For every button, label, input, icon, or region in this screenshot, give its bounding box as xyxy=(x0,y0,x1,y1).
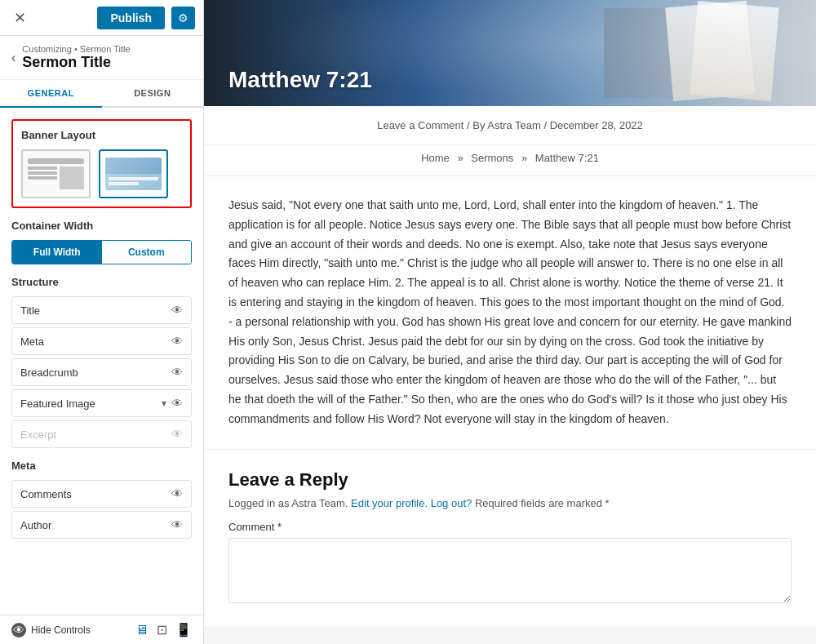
back-arrow-icon: ‹ xyxy=(11,51,16,65)
hero-section: Matthew 7:21 xyxy=(204,0,816,106)
breadcrumb-text: Customizing • Sermon Title Sermon Title xyxy=(22,44,130,71)
layout-text-overlay xyxy=(109,177,158,187)
breadcrumb-home-link[interactable]: Home xyxy=(421,152,450,164)
comment-textarea[interactable] xyxy=(228,538,792,603)
gear-icon: ⚙ xyxy=(178,11,188,24)
layout-option-2[interactable] xyxy=(99,149,168,198)
structure-item-breadcrumb-right: 👁 xyxy=(171,366,183,379)
panel-content: Banner Layout xyxy=(0,108,203,615)
hide-controls-label: Hide Controls xyxy=(31,624,91,636)
desktop-icon[interactable]: 🖥 xyxy=(135,622,149,637)
article-body: Jesus said, "Not every one that saith un… xyxy=(204,176,816,450)
meta-item-comments-right: 👁 xyxy=(171,487,183,500)
meta-section-title: Meta xyxy=(11,460,192,472)
reply-meta-prefix: Logged in as Astra Team. xyxy=(228,497,348,509)
close-button[interactable]: ✕ xyxy=(8,7,31,29)
layout-mid-1 xyxy=(28,167,84,189)
eye-icon-featured[interactable]: 👁 xyxy=(171,397,183,410)
meta-item-comments[interactable]: Comments 👁 xyxy=(11,480,192,508)
bottom-bar: 👁 Hide Controls 🖥 ⊡ 📱 xyxy=(0,615,203,644)
device-icons: 🖥 ⊡ 📱 xyxy=(135,622,192,637)
layout-img-full xyxy=(105,158,162,190)
structure-title: Structure xyxy=(11,276,192,288)
meta-item-author-right: 👁 xyxy=(171,518,183,531)
chevron-down-icon[interactable]: ▾ xyxy=(162,398,166,409)
right-panel: Matthew 7:21 Leave a Comment / By Astra … xyxy=(204,0,816,644)
custom-width-button[interactable]: Custom xyxy=(102,241,192,264)
layout-options xyxy=(21,149,182,198)
layout-bar-1 xyxy=(28,158,84,164)
structure-item-featured-label: Featured Image xyxy=(20,398,95,410)
comment-label: Comment * xyxy=(228,521,792,533)
reply-meta-suffix: Required fields are marked * xyxy=(475,497,610,509)
full-width-button[interactable]: Full Width xyxy=(12,241,102,264)
structure-item-title[interactable]: Title 👁 xyxy=(11,296,192,324)
close-icon: ✕ xyxy=(14,9,26,27)
structure-section: Structure Title 👁 Meta 👁 Breadcrumb 👁 xyxy=(11,276,192,448)
banner-layout-section: Banner Layout xyxy=(11,119,192,208)
text-line-3 xyxy=(28,176,57,180)
hide-controls-button[interactable]: 👁 Hide Controls xyxy=(11,623,91,637)
structure-item-title-right: 👁 xyxy=(171,304,183,317)
eye-icon-comments[interactable]: 👁 xyxy=(171,487,183,500)
customizer-breadcrumb: ‹ Customizing • Sermon Title Sermon Titl… xyxy=(0,36,203,80)
layout-text-1 xyxy=(28,167,57,189)
breadcrumb-title: Sermon Title xyxy=(22,54,130,71)
breadcrumb-trail: Home » Sermons » Matthew 7:21 xyxy=(204,145,816,176)
mobile-icon[interactable]: 📱 xyxy=(175,622,192,637)
eye-off-icon-excerpt[interactable]: 👁 xyxy=(171,428,183,441)
post-meta-text: Leave a Comment / By Astra Team / Decemb… xyxy=(377,119,643,131)
structure-item-breadcrumb-label: Breadcrumb xyxy=(20,366,78,379)
structure-item-meta[interactable]: Meta 👁 xyxy=(11,327,192,355)
article-text: Jesus said, "Not every one that saith un… xyxy=(228,196,792,429)
breadcrumb-small: Customizing • Sermon Title xyxy=(22,44,130,54)
publish-button[interactable]: Publish xyxy=(97,7,165,29)
breadcrumb-sermons-link[interactable]: Sermons xyxy=(471,152,513,164)
meta-item-comments-label: Comments xyxy=(20,488,72,500)
back-button[interactable]: ‹ xyxy=(11,51,16,65)
structure-item-featured-image[interactable]: Featured Image ▾ 👁 xyxy=(11,389,192,417)
bible-pages-right xyxy=(690,1,779,101)
meta-item-author-label: Author xyxy=(20,519,51,531)
structure-item-breadcrumb[interactable]: Breadcrumb 👁 xyxy=(11,358,192,386)
structure-item-featured-right: ▾ 👁 xyxy=(162,397,183,410)
container-width-title: Container Width xyxy=(11,220,192,232)
text-line-2 xyxy=(28,171,57,175)
eye-icon-breadcrumb[interactable]: 👁 xyxy=(171,366,183,379)
meta-section: Meta Comments 👁 Author 👁 xyxy=(11,460,192,539)
structure-item-excerpt[interactable]: Excerpt 👁 xyxy=(11,420,192,448)
overlay-line-1 xyxy=(109,177,158,180)
structure-item-meta-label: Meta xyxy=(20,335,44,348)
banner-layout-title: Banner Layout xyxy=(21,129,182,141)
structure-item-excerpt-right: 👁 xyxy=(171,428,183,441)
left-panel: ✕ Publish ⚙ ‹ Customizing • Sermon Title… xyxy=(0,0,204,644)
tabs: GENERAL DESIGN xyxy=(0,80,203,108)
eye-circle-icon: 👁 xyxy=(11,623,26,637)
tab-general[interactable]: GENERAL xyxy=(0,80,102,108)
layout-img-1 xyxy=(60,167,84,189)
breadcrumb-current: Matthew 7:21 xyxy=(535,152,599,164)
tablet-icon[interactable]: ⊡ xyxy=(157,622,167,637)
structure-item-meta-right: 👁 xyxy=(171,335,183,348)
logout-link[interactable]: Log out? xyxy=(431,497,472,509)
structure-item-title-label: Title xyxy=(20,304,40,317)
eye-icon-meta[interactable]: 👁 xyxy=(171,335,183,348)
eye-icon-title[interactable]: 👁 xyxy=(171,304,183,317)
reply-meta: Logged in as Astra Team. Edit your profi… xyxy=(228,497,792,509)
edit-profile-link[interactable]: Edit your profile. xyxy=(351,497,428,509)
tab-design[interactable]: DESIGN xyxy=(102,80,204,108)
layout-option-1[interactable] xyxy=(21,149,91,198)
breadcrumb-sep-1: » xyxy=(457,152,463,164)
content-area: Leave a Comment / By Astra Team / Decemb… xyxy=(204,106,816,626)
top-bar: ✕ Publish ⚙ xyxy=(0,0,203,36)
meta-item-author[interactable]: Author 👁 xyxy=(11,511,192,539)
reply-section: Leave a Reply Logged in as Astra Team. E… xyxy=(204,450,816,626)
structure-item-excerpt-label: Excerpt xyxy=(20,429,56,441)
gear-button[interactable]: ⚙ xyxy=(171,7,195,29)
post-meta-bar: Leave a Comment / By Astra Team / Decemb… xyxy=(204,106,816,145)
container-width-section: Container Width Full Width Custom xyxy=(11,220,192,264)
overlay-line-2 xyxy=(109,182,139,185)
reply-title: Leave a Reply xyxy=(228,469,792,491)
eye-icon-author[interactable]: 👁 xyxy=(171,518,183,531)
hero-title: Matthew 7:21 xyxy=(228,67,372,93)
